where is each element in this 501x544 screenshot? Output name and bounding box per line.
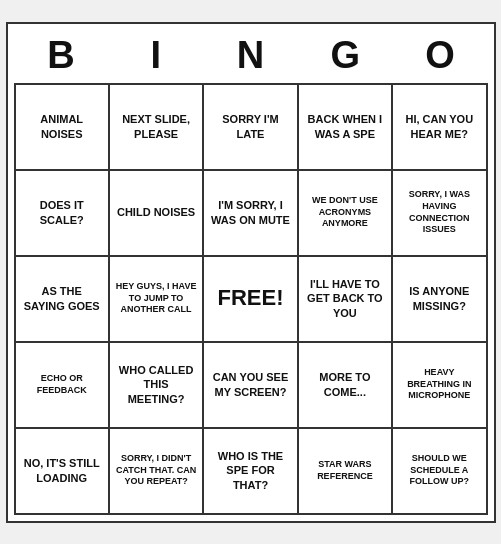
bingo-cell-4[interactable]: HI, CAN YOU HEAR ME? [393,85,487,171]
bingo-cell-21[interactable]: SORRY, I DIDN'T CATCH THAT. CAN YOU REPE… [110,429,204,515]
bingo-cell-0[interactable]: ANIMAL NOISES [16,85,110,171]
bingo-cell-9[interactable]: SORRY, I WAS HAVING CONNECTION ISSUES [393,171,487,257]
bingo-cell-5[interactable]: DOES IT SCALE? [16,171,110,257]
bingo-cell-20[interactable]: NO, IT'S STILL LOADING [16,429,110,515]
bingo-cell-2[interactable]: SORRY I'M LATE [204,85,298,171]
bingo-cell-19[interactable]: HEAVY BREATHING IN MICROPHONE [393,343,487,429]
bingo-cell-15[interactable]: ECHO OR FEEDBACK [16,343,110,429]
letter-o: O [410,34,470,77]
bingo-cell-23[interactable]: STAR WARS REFERENCE [299,429,393,515]
bingo-title: B I N G O [14,30,488,83]
bingo-cell-18[interactable]: MORE TO COME... [299,343,393,429]
bingo-cell-1[interactable]: NEXT SLIDE, PLEASE [110,85,204,171]
bingo-cell-22[interactable]: WHO IS THE SPE FOR THAT? [204,429,298,515]
bingo-cell-10[interactable]: AS THE SAYING GOES [16,257,110,343]
bingo-grid: ANIMAL NOISESNEXT SLIDE, PLEASESORRY I'M… [14,83,488,515]
bingo-cell-17[interactable]: CAN YOU SEE MY SCREEN? [204,343,298,429]
bingo-cell-16[interactable]: WHO CALLED THIS MEETING? [110,343,204,429]
bingo-cell-11[interactable]: HEY GUYS, I HAVE TO JUMP TO ANOTHER CALL [110,257,204,343]
bingo-cell-8[interactable]: WE DON'T USE ACRONYMS ANYMORE [299,171,393,257]
bingo-cell-14[interactable]: IS ANYONE MISSING? [393,257,487,343]
bingo-cell-7[interactable]: I'M SORRY, I WAS ON MUTE [204,171,298,257]
bingo-cell-13[interactable]: I'LL HAVE TO GET BACK TO YOU [299,257,393,343]
bingo-cell-3[interactable]: BACK WHEN I WAS A SPE [299,85,393,171]
letter-i: I [126,34,186,77]
bingo-cell-12[interactable]: Free! [204,257,298,343]
bingo-cell-24[interactable]: SHOULD WE SCHEDULE A FOLLOW UP? [393,429,487,515]
bingo-card: B I N G O ANIMAL NOISESNEXT SLIDE, PLEAS… [6,22,496,523]
bingo-cell-6[interactable]: CHILD NOISES [110,171,204,257]
letter-n: N [220,34,280,77]
letter-b: B [31,34,91,77]
letter-g: G [315,34,375,77]
